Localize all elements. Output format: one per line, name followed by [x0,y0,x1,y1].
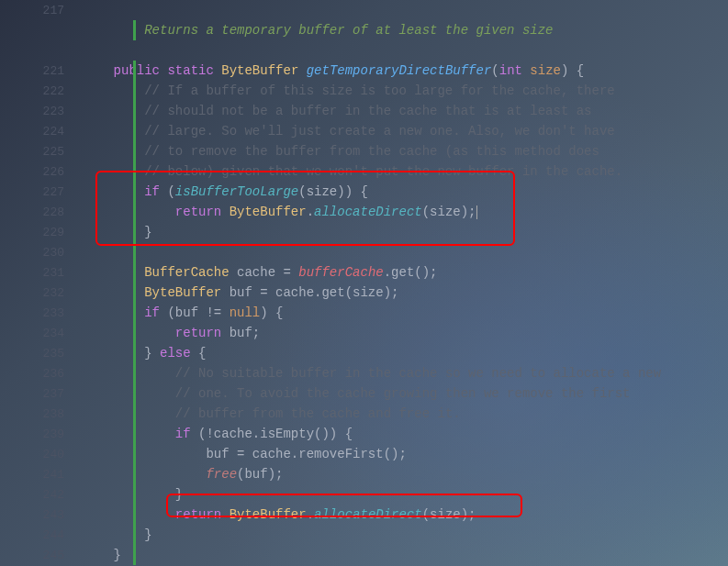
token-punc: ) { [260,305,283,320]
token-comment: // No suitable buffer in the cache so we… [175,366,661,381]
code-line[interactable]: 235 } else { [0,343,728,363]
code-content[interactable]: return buf; [83,326,728,340]
token-comment: // large. So we'll just create a new one… [144,124,614,139]
code-content[interactable]: Returns a temporary buffer of at least t… [83,23,728,38]
code-line[interactable]: 225 // to remove the buffer from the cac… [0,141,728,161]
token-punc: } [144,225,151,239]
code-content[interactable]: BufferCache cache = bufferCache.get(); [83,265,728,280]
line-number: 228 [0,205,83,219]
code-content[interactable]: public static ByteBuffer getTemporaryDir… [83,63,728,78]
token-var-italic: bufferCache [298,265,383,280]
code-content[interactable]: // buffer from the cache and free it. [83,406,728,421]
code-line[interactable]: 230 [0,242,728,262]
code-line[interactable]: 221 public static ByteBuffer getTemporar… [0,61,728,81]
line-number: 229 [0,226,83,239]
code-content[interactable]: } else { [83,346,728,361]
line-number: 217 [0,4,83,17]
code-content[interactable]: } [83,548,728,562]
code-content[interactable]: // to remove the buffer from the cache (… [83,144,728,159]
code-content[interactable] [83,3,728,17]
code-content[interactable]: if (isBufferTooLarge(size)) { [83,184,728,199]
token-method-italic: allocateDirect [314,507,422,522]
token-comment: // should not be a buffer in the cache t… [144,104,591,118]
code-line[interactable]: 243 return ByteBuffer.allocateDirect(siz… [0,505,728,525]
token-keyword: if [175,427,191,441]
token-punc: } [175,487,183,502]
code-line[interactable]: 240 buf = cache.removeFirst(); [0,444,728,464]
line-number: 230 [0,246,83,260]
code-line[interactable]: 242 } [0,484,728,505]
code-content[interactable]: ByteBuffer buf = cache.get(size); [83,285,728,300]
code-line[interactable]: 217 [0,0,728,20]
code-content[interactable]: // No suitable buffer in the cache so we… [83,366,728,381]
code-content[interactable]: // If a buffer of this size is too large… [83,83,728,98]
token-punc [221,507,229,522]
code-line[interactable]: 241 free(buf); [0,464,728,484]
code-line[interactable]: 229 } [0,222,728,242]
code-content[interactable]: } [83,225,728,239]
code-line[interactable]: 228 return ByteBuffer.allocateDirect(siz… [0,202,728,222]
token-method-call-italic: free [206,467,237,482]
line-number: 237 [0,387,83,401]
code-content[interactable]: buf = cache.removeFirst(); [83,447,728,461]
code-line[interactable]: 234 return buf; [0,323,728,343]
code-line[interactable]: Returns a temporary buffer of at least t… [0,20,728,40]
token-punc: ( [491,63,498,78]
code-content[interactable]: // should not be a buffer in the cache t… [83,104,728,118]
line-number: 244 [0,528,83,542]
token-punc: (size); [422,205,476,219]
change-indicator [133,20,136,40]
token-punc [214,63,221,78]
line-number: 227 [0,185,83,199]
code-content[interactable]: // large. So we'll just create a new one… [83,124,728,139]
code-line[interactable]: 239 if (!cache.isEmpty()) { [0,424,728,444]
line-number: 243 [0,508,83,522]
code-content[interactable]: if (!cache.isEmpty()) { [83,427,728,441]
token-keyword: if [144,184,160,199]
change-indicator [133,61,136,565]
token-comment: // one. To avoid the cache growing then … [175,386,631,401]
code-editor[interactable]: 217 Returns a temporary buffer of at lea… [0,0,728,565]
code-line[interactable]: 224 // large. So we'll just create a new… [0,121,728,141]
code-line[interactable]: 232 ByteBuffer buf = cache.get(size); [0,283,728,303]
code-line[interactable]: 238 // buffer from the cache and free it… [0,404,728,424]
line-number: 236 [0,367,83,381]
token-punc: . [307,507,314,522]
token-punc [221,205,229,219]
token-method-italic: isBufferTooLarge [175,184,298,199]
line-number: 232 [0,286,83,300]
code-line[interactable] [0,40,728,61]
code-line[interactable]: 222 // If a buffer of this size is too l… [0,81,728,101]
code-line[interactable]: 237 // one. To avoid the cache growing t… [0,383,728,404]
code-line[interactable]: 233 if (buf != null) { [0,303,728,323]
line-number: 226 [0,165,83,179]
line-number: 242 [0,488,83,502]
code-content[interactable]: return ByteBuffer.allocateDirect(size); [83,507,728,522]
code-content[interactable]: } [83,527,728,542]
code-line[interactable]: 223 // should not be a buffer in the cac… [0,101,728,121]
code-line[interactable]: 244 } [0,525,728,545]
token-method-italic: allocateDirect [314,205,422,219]
token-keyword: int [499,63,522,78]
token-keyword: return [175,205,221,219]
code-content[interactable]: // below) given that we won't put the ne… [83,164,728,179]
token-comment: // If a buffer of this size is too large… [144,83,614,98]
token-punc: buf = cache.removeFirst(); [206,447,406,461]
code-content[interactable]: if (buf != null) { [83,305,728,320]
token-type: ByteBuffer [144,285,221,300]
token-keyword: return [175,507,221,522]
code-content[interactable]: return ByteBuffer.allocateDirect(size); [83,205,728,219]
token-punc: } [144,346,160,361]
code-line[interactable]: 226 // below) given that we won't put th… [0,161,728,182]
line-number: 221 [0,64,83,78]
token-keyword: if [144,305,160,320]
code-line[interactable]: 227 if (isBufferTooLarge(size)) { [0,182,728,202]
code-line[interactable]: 245 } [0,545,728,565]
code-line[interactable]: 236 // No suitable buffer in the cache s… [0,363,728,383]
token-punc: { [191,346,207,361]
code-line[interactable]: 231 BufferCache cache = bufferCache.get(… [0,262,728,283]
line-number: 225 [0,145,83,159]
code-content[interactable]: } [83,487,728,502]
code-content[interactable]: free(buf); [83,467,728,482]
code-content[interactable]: // one. To avoid the cache growing then … [83,386,728,401]
